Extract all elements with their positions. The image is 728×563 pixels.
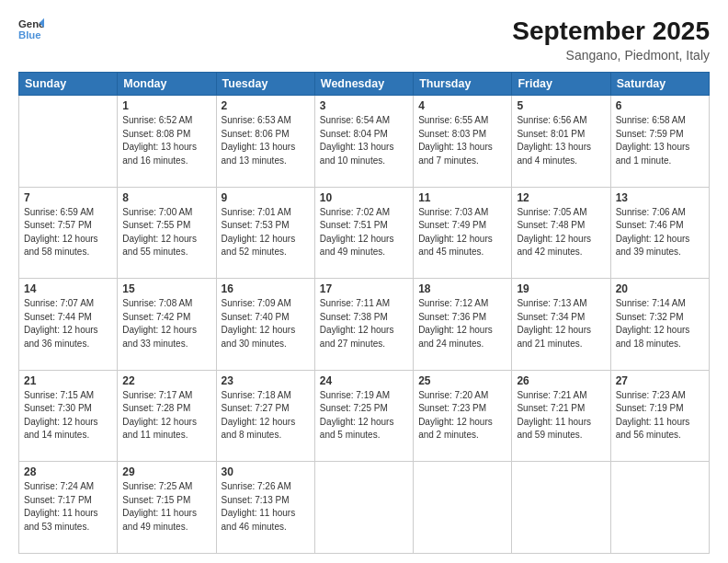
table-row: 21Sunrise: 7:15 AM Sunset: 7:30 PM Dayli… — [19, 370, 118, 462]
daylight-hours: Sunrise: 6:58 AM Sunset: 7:59 PM Dayligh… — [616, 114, 704, 167]
daylight-hours: Sunrise: 7:00 AM Sunset: 7:55 PM Dayligh… — [122, 206, 210, 259]
col-tuesday: Tuesday — [216, 73, 314, 96]
day-number: 9 — [222, 191, 310, 204]
col-thursday: Thursday — [414, 73, 512, 96]
col-wednesday: Wednesday — [314, 73, 413, 96]
daylight-hours: Sunrise: 7:07 AM Sunset: 7:44 PM Dayligh… — [24, 297, 112, 350]
daylight-hours: Sunrise: 7:03 AM Sunset: 7:49 PM Dayligh… — [418, 206, 506, 259]
svg-text:Blue: Blue — [18, 29, 41, 40]
table-row: 19Sunrise: 7:13 AM Sunset: 7:34 PM Dayli… — [512, 279, 610, 371]
table-row: 3Sunrise: 6:54 AM Sunset: 8:04 PM Daylig… — [314, 96, 413, 188]
table-row: 11Sunrise: 7:03 AM Sunset: 7:49 PM Dayli… — [414, 187, 512, 279]
daylight-hours: Sunrise: 7:08 AM Sunset: 7:42 PM Dayligh… — [122, 297, 210, 350]
daylight-hours: Sunrise: 7:14 AM Sunset: 7:32 PM Dayligh… — [616, 297, 704, 350]
table-row: 24Sunrise: 7:19 AM Sunset: 7:25 PM Dayli… — [314, 370, 413, 462]
daylight-hours: Sunrise: 7:25 AM Sunset: 7:15 PM Dayligh… — [122, 480, 210, 534]
day-number: 14 — [24, 282, 112, 295]
day-number: 25 — [418, 374, 506, 387]
day-number: 15 — [122, 282, 210, 295]
table-row: 2Sunrise: 6:53 AM Sunset: 8:06 PM Daylig… — [216, 96, 314, 188]
daylight-hours: Sunrise: 6:59 AM Sunset: 7:57 PM Dayligh… — [24, 206, 112, 259]
table-row: 16Sunrise: 7:09 AM Sunset: 7:40 PM Dayli… — [216, 279, 314, 371]
col-monday: Monday — [118, 73, 216, 96]
table-row: 18Sunrise: 7:12 AM Sunset: 7:36 PM Dayli… — [414, 279, 512, 371]
table-row: 9Sunrise: 7:01 AM Sunset: 7:53 PM Daylig… — [216, 187, 314, 279]
table-row: 8Sunrise: 7:00 AM Sunset: 7:55 PM Daylig… — [118, 187, 216, 279]
col-saturday: Saturday — [610, 73, 709, 96]
day-number: 28 — [24, 465, 112, 478]
daylight-hours: Sunrise: 7:23 AM Sunset: 7:19 PM Dayligh… — [616, 389, 704, 442]
table-row: 4Sunrise: 6:55 AM Sunset: 8:03 PM Daylig… — [414, 96, 512, 188]
day-number: 29 — [122, 465, 210, 478]
daylight-hours: Sunrise: 7:21 AM Sunset: 7:21 PM Dayligh… — [517, 389, 605, 442]
daylight-hours: Sunrise: 7:12 AM Sunset: 7:36 PM Dayligh… — [418, 297, 506, 350]
table-row: 14Sunrise: 7:07 AM Sunset: 7:44 PM Dayli… — [19, 279, 118, 371]
table-row: 29Sunrise: 7:25 AM Sunset: 7:15 PM Dayli… — [118, 462, 216, 554]
calendar-week-row: 1Sunrise: 6:52 AM Sunset: 8:08 PM Daylig… — [19, 96, 710, 188]
day-number: 12 — [517, 191, 605, 204]
daylight-hours: Sunrise: 7:17 AM Sunset: 7:28 PM Dayligh… — [122, 389, 210, 442]
table-row: 27Sunrise: 7:23 AM Sunset: 7:19 PM Dayli… — [610, 370, 709, 462]
daylight-hours: Sunrise: 7:26 AM Sunset: 7:13 PM Dayligh… — [222, 480, 310, 534]
table-row: 22Sunrise: 7:17 AM Sunset: 7:28 PM Dayli… — [118, 370, 216, 462]
day-number: 17 — [320, 282, 408, 295]
svg-text:General: General — [18, 18, 44, 29]
table-row: 1Sunrise: 6:52 AM Sunset: 8:08 PM Daylig… — [118, 96, 216, 188]
day-number: 5 — [517, 99, 605, 112]
day-number: 16 — [222, 282, 310, 295]
calendar-week-row: 14Sunrise: 7:07 AM Sunset: 7:44 PM Dayli… — [19, 279, 710, 371]
daylight-hours: Sunrise: 7:19 AM Sunset: 7:25 PM Dayligh… — [320, 389, 408, 442]
day-number: 1 — [122, 99, 210, 112]
title-block: September 2025 Sangano, Piedmont, Italy — [512, 17, 710, 63]
table-row: 12Sunrise: 7:05 AM Sunset: 7:48 PM Dayli… — [512, 187, 610, 279]
day-number: 23 — [222, 374, 310, 387]
table-row: 17Sunrise: 7:11 AM Sunset: 7:38 PM Dayli… — [314, 279, 413, 371]
daylight-hours: Sunrise: 6:53 AM Sunset: 8:06 PM Dayligh… — [222, 114, 310, 167]
daylight-hours: Sunrise: 6:54 AM Sunset: 8:04 PM Dayligh… — [320, 114, 408, 167]
daylight-hours: Sunrise: 6:55 AM Sunset: 8:03 PM Dayligh… — [418, 114, 506, 167]
day-number: 11 — [418, 191, 506, 204]
daylight-hours: Sunrise: 7:01 AM Sunset: 7:53 PM Dayligh… — [222, 206, 310, 259]
table-row — [512, 462, 610, 554]
daylight-hours: Sunrise: 7:02 AM Sunset: 7:51 PM Dayligh… — [320, 206, 408, 259]
daylight-hours: Sunrise: 7:09 AM Sunset: 7:40 PM Dayligh… — [222, 297, 310, 350]
table-row: 23Sunrise: 7:18 AM Sunset: 7:27 PM Dayli… — [216, 370, 314, 462]
col-sunday: Sunday — [19, 73, 118, 96]
calendar-table: Sunday Monday Tuesday Wednesday Thursday… — [18, 72, 710, 554]
day-number: 21 — [24, 374, 112, 387]
table-row — [314, 462, 413, 554]
day-number: 4 — [418, 99, 506, 112]
day-number: 30 — [222, 465, 310, 478]
day-number: 3 — [320, 99, 408, 112]
table-row: 26Sunrise: 7:21 AM Sunset: 7:21 PM Dayli… — [512, 370, 610, 462]
col-friday: Friday — [512, 73, 610, 96]
day-number: 19 — [517, 282, 605, 295]
day-number: 13 — [616, 191, 704, 204]
day-number: 20 — [616, 282, 704, 295]
table-row: 5Sunrise: 6:56 AM Sunset: 8:01 PM Daylig… — [512, 96, 610, 188]
daylight-hours: Sunrise: 7:11 AM Sunset: 7:38 PM Dayligh… — [320, 297, 408, 350]
day-number: 27 — [616, 374, 704, 387]
calendar-week-row: 28Sunrise: 7:24 AM Sunset: 7:17 PM Dayli… — [19, 462, 710, 554]
day-number: 26 — [517, 374, 605, 387]
daylight-hours: Sunrise: 6:52 AM Sunset: 8:08 PM Dayligh… — [122, 114, 210, 167]
table-row: 20Sunrise: 7:14 AM Sunset: 7:32 PM Dayli… — [610, 279, 709, 371]
header: General Blue September 2025 Sangano, Pie… — [18, 17, 710, 63]
table-row: 28Sunrise: 7:24 AM Sunset: 7:17 PM Dayli… — [19, 462, 118, 554]
daylight-hours: Sunrise: 6:56 AM Sunset: 8:01 PM Dayligh… — [517, 114, 605, 167]
daylight-hours: Sunrise: 7:24 AM Sunset: 7:17 PM Dayligh… — [24, 480, 112, 534]
calendar-header-row: Sunday Monday Tuesday Wednesday Thursday… — [19, 73, 710, 96]
table-row: 13Sunrise: 7:06 AM Sunset: 7:46 PM Dayli… — [610, 187, 709, 279]
day-number: 6 — [616, 99, 704, 112]
day-number: 2 — [222, 99, 310, 112]
daylight-hours: Sunrise: 7:06 AM Sunset: 7:46 PM Dayligh… — [616, 206, 704, 259]
daylight-hours: Sunrise: 7:20 AM Sunset: 7:23 PM Dayligh… — [418, 389, 506, 442]
day-number: 22 — [122, 374, 210, 387]
table-row: 25Sunrise: 7:20 AM Sunset: 7:23 PM Dayli… — [414, 370, 512, 462]
daylight-hours: Sunrise: 7:15 AM Sunset: 7:30 PM Dayligh… — [24, 389, 112, 442]
subtitle: Sangano, Piedmont, Italy — [512, 48, 710, 63]
table-row: 10Sunrise: 7:02 AM Sunset: 7:51 PM Dayli… — [314, 187, 413, 279]
table-row: 7Sunrise: 6:59 AM Sunset: 7:57 PM Daylig… — [19, 187, 118, 279]
table-row — [414, 462, 512, 554]
calendar-week-row: 7Sunrise: 6:59 AM Sunset: 7:57 PM Daylig… — [19, 187, 710, 279]
